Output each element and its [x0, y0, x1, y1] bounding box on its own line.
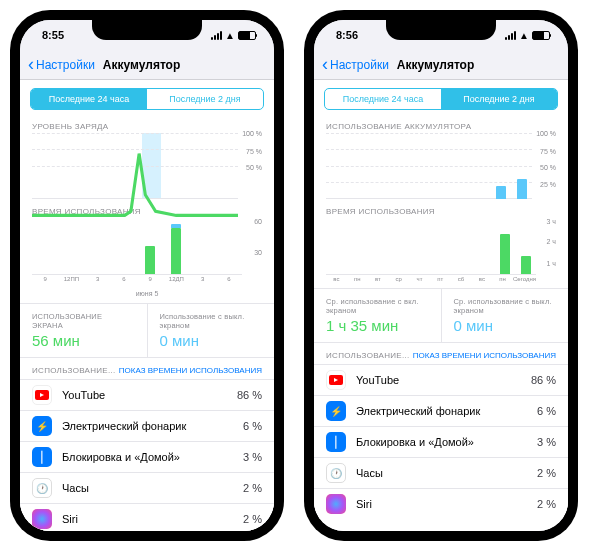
- app-row[interactable]: ⎮ Блокировка и «Домой» 3 %: [314, 426, 568, 457]
- y-label: 100 %: [240, 130, 262, 137]
- app-name: Часы: [62, 482, 243, 494]
- youtube-icon: [326, 370, 346, 390]
- y-label: 50 %: [240, 164, 262, 171]
- x-tick: сб: [451, 275, 472, 286]
- app-row[interactable]: ⚡ Электрический фонарик 6 %: [20, 410, 274, 441]
- usage-time-chart[interactable]: 60 30 9 12ПП 3 6 9 12ДП 3 6: [32, 218, 262, 286]
- x-tick: 12ДП: [163, 275, 189, 286]
- battery-usage-chart[interactable]: 100 % 75 % 50 % 25 %: [326, 133, 556, 199]
- app-percent: 6 %: [537, 405, 556, 417]
- usage-header-label: ИСПОЛЬЗОВАНИЕ...: [326, 351, 410, 360]
- lock-icon: ⎮: [326, 432, 346, 452]
- app-percent: 2 %: [243, 482, 262, 494]
- x-tick: ср: [388, 275, 409, 286]
- back-chevron-icon[interactable]: ‹: [322, 54, 328, 75]
- tab-24h[interactable]: Последние 24 часа: [325, 89, 441, 109]
- app-name: Электрический фонарик: [62, 420, 243, 432]
- back-chevron-icon[interactable]: ‹: [28, 54, 34, 75]
- y-label: 1 ч: [538, 260, 556, 267]
- app-row[interactable]: ⚡ Электрический фонарик 6 %: [314, 395, 568, 426]
- app-row[interactable]: 🕐 Часы 2 %: [20, 472, 274, 503]
- x-tick: пт: [430, 275, 451, 286]
- app-row[interactable]: YouTube 86 %: [314, 364, 568, 395]
- usage-summary: Ср. использование с вкл. экраном 1 ч 35 …: [314, 288, 568, 343]
- app-list-header: ИСПОЛЬЗОВАНИЕ... ПОКАЗ ВРЕМЕНИ ИСПОЛЬЗОВ…: [20, 358, 274, 379]
- tab-24h[interactable]: Последние 24 часа: [31, 89, 147, 109]
- nav-bar: ‹ Настройки Аккумулятор: [314, 50, 568, 80]
- battery-level-chart[interactable]: 100 % 75 % 50 %: [32, 133, 262, 199]
- time-range-tabs: Последние 24 часа Последние 2 дня: [30, 88, 264, 110]
- back-button[interactable]: Настройки: [330, 58, 389, 72]
- status-time: 8:56: [336, 29, 358, 41]
- back-button[interactable]: Настройки: [36, 58, 95, 72]
- wifi-icon: ▲: [225, 30, 235, 41]
- tab-2d[interactable]: Последние 2 дня: [441, 89, 557, 109]
- x-tick: 12ПП: [58, 275, 84, 286]
- app-percent: 3 %: [537, 436, 556, 448]
- app-name: Siri: [356, 498, 537, 510]
- show-activity-button[interactable]: ПОКАЗ ВРЕМЕНИ ИСПОЛЬЗОВАНИЯ: [119, 366, 262, 375]
- avg-screen-on-value: 1 ч 35 мин: [326, 317, 429, 334]
- signal-icon: [211, 31, 222, 40]
- y-label: 75 %: [534, 148, 556, 155]
- app-name: YouTube: [356, 374, 531, 386]
- time-range-tabs: Последние 24 часа Последние 2 дня: [324, 88, 558, 110]
- x-tick: 3: [190, 275, 216, 286]
- x-tick: чт: [409, 275, 430, 286]
- phone-left: 8:55 ▲ ‹ Настройки Аккумулятор Последние…: [10, 10, 284, 541]
- y-label: 3 ч: [538, 218, 556, 225]
- y-label: 75 %: [240, 148, 262, 155]
- siri-icon: [326, 494, 346, 514]
- app-name: Электрический фонарик: [356, 405, 537, 417]
- app-name: Блокировка и «Домой»: [62, 451, 243, 463]
- x-tick: 6: [216, 275, 242, 286]
- clock-icon: 🕐: [326, 463, 346, 483]
- y-label: 2 ч: [538, 238, 556, 245]
- x-tick: 6: [111, 275, 137, 286]
- x-tick: вс: [471, 275, 492, 286]
- app-name: Блокировка и «Домой»: [356, 436, 537, 448]
- y-label: 25 %: [534, 181, 556, 188]
- screen: 8:56 ▲ ‹ Настройки Аккумулятор Последние…: [314, 20, 568, 531]
- x-tick: вс: [326, 275, 347, 286]
- flashlight-icon: ⚡: [32, 416, 52, 436]
- battery-usage-label: ИСПОЛЬЗОВАНИЕ АККУМУЛЯТОРА: [314, 118, 568, 133]
- x-tick: 9: [32, 275, 58, 286]
- app-name: YouTube: [62, 389, 237, 401]
- app-row[interactable]: Siri 2 %: [20, 503, 274, 531]
- x-tick: Сегодня: [513, 275, 536, 286]
- app-list-header: ИСПОЛЬЗОВАНИЕ... ПОКАЗ ВРЕМЕНИ ИСПОЛЬЗОВ…: [314, 343, 568, 364]
- page-title: Аккумулятор: [397, 58, 474, 72]
- y-label: 50 %: [534, 164, 556, 171]
- usage-time-chart[interactable]: 3 ч 2 ч 1 ч вс пн вт ср чт пт сб: [326, 218, 556, 286]
- youtube-icon: [32, 385, 52, 405]
- app-row[interactable]: YouTube 86 %: [20, 379, 274, 410]
- app-row[interactable]: ⎮ Блокировка и «Домой» 3 %: [20, 441, 274, 472]
- x-tick: 3: [85, 275, 111, 286]
- y-label: 100 %: [534, 130, 556, 137]
- notch: [386, 18, 496, 40]
- signal-icon: [505, 31, 516, 40]
- app-row[interactable]: 🕐 Часы 2 %: [314, 457, 568, 488]
- usage-time-label: ВРЕМЯ ИСПОЛЬЗОВАНИЯ: [314, 203, 568, 218]
- wifi-icon: ▲: [519, 30, 529, 41]
- battery-level-label: УРОВЕНЬ ЗАРЯДА: [20, 118, 274, 133]
- app-percent: 6 %: [243, 420, 262, 432]
- y-label: 30: [244, 249, 262, 256]
- app-percent: 2 %: [243, 513, 262, 525]
- show-activity-button[interactable]: ПОКАЗ ВРЕМЕНИ ИСПОЛЬЗОВАНИЯ: [413, 351, 556, 360]
- app-percent: 2 %: [537, 498, 556, 510]
- app-name: Часы: [356, 467, 537, 479]
- battery-icon: [532, 31, 550, 40]
- x-tick: 9: [137, 275, 163, 286]
- status-time: 8:55: [42, 29, 64, 41]
- app-percent: 86 %: [237, 389, 262, 401]
- x-tick: пн: [347, 275, 368, 286]
- app-row[interactable]: Siri 2 %: [314, 488, 568, 519]
- avg-screen-on-caption: Ср. использование с вкл. экраном: [326, 297, 429, 315]
- usage-header-label: ИСПОЛЬЗОВАНИЕ...: [32, 366, 116, 375]
- x-tick: вт: [368, 275, 389, 286]
- siri-icon: [32, 509, 52, 529]
- tab-2d[interactable]: Последние 2 дня: [147, 89, 263, 109]
- app-name: Siri: [62, 513, 243, 525]
